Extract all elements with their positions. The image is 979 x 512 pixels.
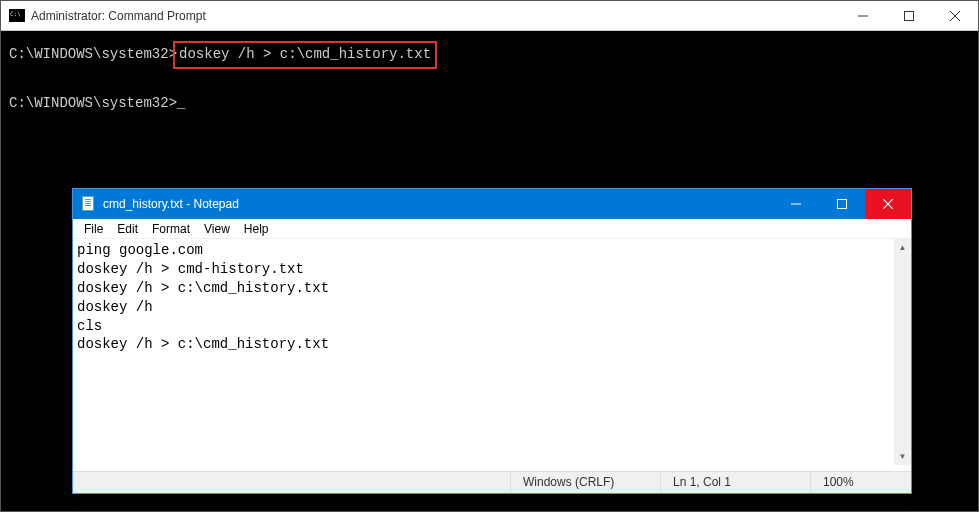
cmd-window-controls [840,1,978,30]
file-line: cls [77,318,102,334]
menu-file[interactable]: File [77,220,110,238]
status-zoom: 100% [811,472,911,493]
highlighted-command: doskey /h > c:\cmd_history.txt [173,41,437,69]
cmd-titlebar[interactable]: Administrator: Command Prompt [1,1,978,31]
cursor: _ [177,95,185,111]
menu-edit[interactable]: Edit [110,220,145,238]
minimize-button[interactable] [773,189,819,219]
menu-help[interactable]: Help [237,220,276,238]
file-line: doskey /h > c:\cmd_history.txt [77,336,329,352]
menu-format[interactable]: Format [145,220,197,238]
menu-view[interactable]: View [197,220,237,238]
scroll-up-arrow-icon[interactable]: ▲ [894,239,911,256]
terminal-line: C:\WINDOWS\system32>_ [9,92,970,114]
notepad-titlebar[interactable]: cmd_history.txt - Notepad [73,189,911,219]
maximize-button[interactable] [819,189,865,219]
file-line: doskey /h [77,299,153,315]
svg-rect-1 [905,11,914,20]
status-encoding: Windows (CRLF) [511,472,661,493]
notepad-menubar: File Edit Format View Help [73,219,911,239]
cmd-terminal-area[interactable]: C:\WINDOWS\system32>doskey /h > c:\cmd_h… [1,31,978,124]
notepad-text-area[interactable]: ping google.com doskey /h > cmd-history.… [73,239,894,471]
terminal-line: C:\WINDOWS\system32>doskey /h > c:\cmd_h… [9,41,970,69]
prompt-path: C:\WINDOWS\system32> [9,46,177,62]
notepad-title: cmd_history.txt - Notepad [103,197,773,211]
notepad-window-controls [773,189,911,219]
file-line: doskey /h > cmd-history.txt [77,261,304,277]
scroll-down-arrow-icon[interactable]: ▼ [894,448,911,465]
close-button[interactable] [865,189,911,219]
cmd-title: Administrator: Command Prompt [31,9,840,23]
terminal-line-blank [9,69,970,91]
vertical-scrollbar[interactable]: ▲ ▼ [894,239,911,465]
status-spacer [73,472,511,493]
minimize-button[interactable] [840,1,886,30]
cmd-icon [9,9,25,22]
svg-rect-5 [838,200,847,209]
close-button[interactable] [932,1,978,30]
scroll-track[interactable] [894,256,911,448]
notepad-icon [81,196,97,212]
file-line: doskey /h > c:\cmd_history.txt [77,280,329,296]
prompt-path: C:\WINDOWS\system32> [9,95,177,111]
notepad-window: cmd_history.txt - Notepad File Edit Form… [72,188,912,494]
maximize-button[interactable] [886,1,932,30]
status-cursor-position: Ln 1, Col 1 [661,472,811,493]
file-line: ping google.com [77,242,203,258]
notepad-statusbar: Windows (CRLF) Ln 1, Col 1 100% [73,471,911,493]
